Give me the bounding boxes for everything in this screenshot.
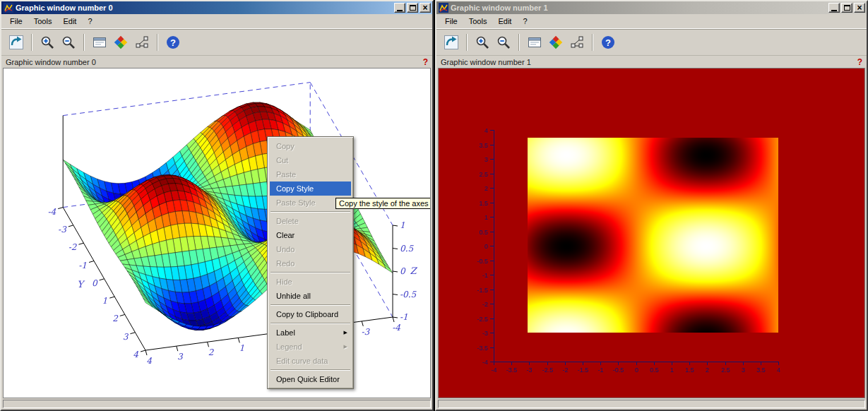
context-menu-item-edit-curve-data: Edit curve data [270,354,351,368]
context-menu-item-unhide-all[interactable]: Unhide all [270,289,351,303]
infobar-label: Graphic window number 1 [441,58,531,66]
menu-help[interactable]: ? [517,15,533,28]
menu-tools[interactable]: Tools [463,15,493,28]
context-menu-item-label: Copy Style [276,184,314,193]
zoom-in-icon [475,35,490,50]
figure-properties-button[interactable] [110,32,131,53]
context-menu-item-copy-to-clipboard[interactable]: Copy to Clipboard [270,307,351,321]
rotate-icon [444,35,459,50]
context-menu-item-label[interactable]: Label▶ [270,326,351,340]
minimize-button[interactable] [828,3,840,13]
menu-file[interactable]: File [439,15,463,28]
figure-properties-button[interactable] [545,32,566,53]
surface-plot-canvas[interactable] [4,68,430,398]
infobar-label: Graphic window number 0 [6,58,96,66]
minimize-button[interactable] [394,3,405,13]
toolbar-separator [83,34,85,51]
menu-edit[interactable]: Edit [57,15,82,28]
context-menu-item-undo: Undo [270,242,351,256]
context-menu-item-label: Unhide all [276,292,311,300]
toolbar-separator [592,34,593,51]
rotate-button[interactable] [6,32,27,53]
context-menu-item-label: Delete [276,217,299,225]
toolbar-separator [466,34,468,51]
svg-text:?: ? [170,37,176,47]
help-indicator[interactable]: ? [857,57,862,67]
zoom-in-button[interactable] [37,32,58,53]
help-indicator[interactable]: ? [423,57,428,67]
context-menu-item-label: Legend [276,342,302,351]
context-menu-item-redo: Redo [270,256,351,270]
window-icon [4,3,13,13]
context-menu: CopyCutPasteCopy StylePaste StyleDeleteC… [267,136,354,389]
close-button[interactable]: × [854,3,865,13]
rotate-icon [8,35,24,50]
context-menu-item-label: Redo [276,259,295,268]
ged-dialog-button[interactable] [524,32,545,53]
context-menu-tooltip: Copy the style of the axes [335,198,431,209]
context-menu-item-label: Copy [276,142,295,150]
zoom-in-button[interactable] [472,32,493,53]
ged-dialog-button[interactable] [89,32,110,53]
maximize-button[interactable] [841,3,852,13]
datatips-icon [134,35,150,50]
context-menu-separator [270,211,350,213]
menubar: FileToolsEdit? [1,14,432,28]
datatips-icon [569,35,585,50]
context-menu-item-delete: Delete [270,214,351,228]
context-menu-item-label: Copy to Clipboard [276,310,338,318]
window-title: Graphic window number 1 [451,4,827,12]
toolbar-separator [157,34,158,51]
zoom-out-icon [61,35,76,50]
zoom-out-button[interactable] [58,32,79,53]
help-button[interactable]: ? [162,32,184,53]
context-menu-separator [270,272,350,273]
context-menu-item-label: Cut [276,156,288,165]
context-menu-item-label: Label [276,328,295,337]
zoom-out-button[interactable] [493,32,514,53]
toolbar-separator [31,34,32,51]
rotate-button[interactable] [441,32,462,53]
infobar: Graphic window number 0 ? [1,55,432,68]
help-button[interactable]: ? [598,32,619,53]
ged-dialog-icon [527,35,542,50]
heatmap-plot-canvas[interactable] [439,68,864,398]
window-graphic-0: Graphic window number 0 × FileToolsEdit?… [0,0,434,411]
figure-properties-icon [548,35,564,50]
help-icon: ? [165,35,181,50]
context-menu-item-label: Paste Style [276,198,316,207]
context-menu-separator [270,323,350,324]
context-menu-item-label: Open Quick Editor [276,375,340,383]
titlebar[interactable]: Graphic window number 0 × [1,1,432,14]
context-menu-item-cut: Cut [270,153,351,167]
context-menu-item-hide: Hide [270,275,351,289]
context-menu-item-open-quick-editor[interactable]: Open Quick Editor [270,372,351,386]
menu-tools[interactable]: Tools [28,15,58,28]
context-menu-item-paste: Paste [270,167,351,181]
svg-text:?: ? [605,37,611,47]
menu-edit[interactable]: Edit [492,15,517,28]
menu-file[interactable]: File [4,15,28,28]
menu-help[interactable]: ? [82,15,97,28]
close-button[interactable]: × [420,3,431,13]
menubar: FileToolsEdit? [436,14,867,28]
toolbar: ? [1,28,432,55]
context-menu-item-copy-style[interactable]: Copy Style [270,181,351,196]
window-graphic-1: Graphic window number 1 × FileToolsEdit?… [435,0,868,411]
context-menu-item-label: Hide [276,278,292,286]
figure-properties-icon [113,35,129,50]
datatips-button[interactable] [566,32,588,53]
datatips-button[interactable] [131,32,153,53]
context-menu-item-clear[interactable]: Clear [270,228,351,242]
titlebar[interactable]: Graphic window number 1 × [436,1,867,14]
figure-area-0: CopyCutPasteCopy StylePaste StyleDeleteC… [3,68,431,398]
context-menu-item-label: Undo [276,245,295,254]
context-menu-separator [270,369,350,371]
zoom-in-icon [40,35,55,50]
maximize-button[interactable] [407,3,418,13]
toolbar-separator [518,34,520,51]
toolbar: ? [436,28,867,55]
statusbar [438,400,865,408]
help-icon: ? [600,35,616,50]
context-menu-item-legend: Legend▶ [270,340,351,354]
